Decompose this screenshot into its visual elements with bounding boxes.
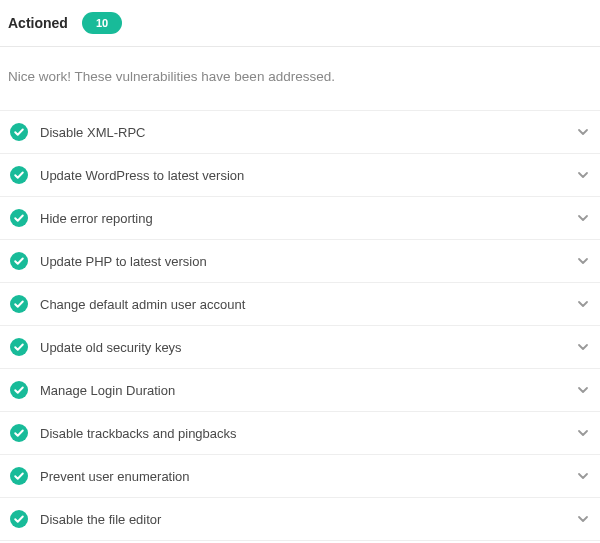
chevron-down-icon <box>576 211 590 225</box>
count-badge: 10 <box>82 12 122 34</box>
list-item[interactable]: Disable the file editor <box>0 498 600 541</box>
item-label: Prevent user enumeration <box>40 469 576 484</box>
chevron-down-icon <box>576 512 590 526</box>
check-circle-icon <box>10 123 28 141</box>
list-item[interactable]: Update WordPress to latest version <box>0 154 600 197</box>
check-circle-icon <box>10 510 28 528</box>
chevron-down-icon <box>576 125 590 139</box>
actioned-list: Disable XML-RPC Update WordPress to late… <box>0 110 600 541</box>
item-label: Disable trackbacks and pingbacks <box>40 426 576 441</box>
check-circle-icon <box>10 209 28 227</box>
item-label: Disable the file editor <box>40 512 576 527</box>
section-header: Actioned 10 <box>0 0 600 47</box>
item-label: Disable XML-RPC <box>40 125 576 140</box>
list-item[interactable]: Hide error reporting <box>0 197 600 240</box>
chevron-down-icon <box>576 297 590 311</box>
chevron-down-icon <box>576 168 590 182</box>
check-circle-icon <box>10 295 28 313</box>
list-item[interactable]: Manage Login Duration <box>0 369 600 412</box>
section-title: Actioned <box>8 15 68 31</box>
chevron-down-icon <box>576 426 590 440</box>
item-label: Change default admin user account <box>40 297 576 312</box>
list-item[interactable]: Prevent user enumeration <box>0 455 600 498</box>
check-circle-icon <box>10 166 28 184</box>
chevron-down-icon <box>576 254 590 268</box>
check-circle-icon <box>10 467 28 485</box>
list-item[interactable]: Update old security keys <box>0 326 600 369</box>
chevron-down-icon <box>576 383 590 397</box>
list-item[interactable]: Disable trackbacks and pingbacks <box>0 412 600 455</box>
item-label: Update old security keys <box>40 340 576 355</box>
list-item[interactable]: Change default admin user account <box>0 283 600 326</box>
intro-text: Nice work! These vulnerabilities have be… <box>0 47 600 110</box>
check-circle-icon <box>10 381 28 399</box>
chevron-down-icon <box>576 340 590 354</box>
item-label: Update WordPress to latest version <box>40 168 576 183</box>
check-circle-icon <box>10 338 28 356</box>
list-item[interactable]: Disable XML-RPC <box>0 111 600 154</box>
item-label: Manage Login Duration <box>40 383 576 398</box>
list-item[interactable]: Update PHP to latest version <box>0 240 600 283</box>
check-circle-icon <box>10 252 28 270</box>
chevron-down-icon <box>576 469 590 483</box>
item-label: Hide error reporting <box>40 211 576 226</box>
check-circle-icon <box>10 424 28 442</box>
item-label: Update PHP to latest version <box>40 254 576 269</box>
